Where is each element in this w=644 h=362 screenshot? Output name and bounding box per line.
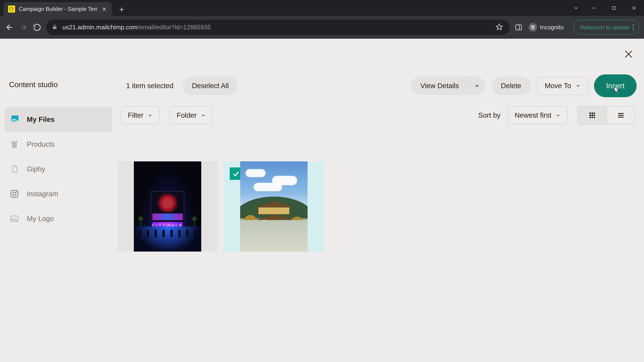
insert-button[interactable]: Insert (595, 76, 635, 96)
incognito-label: Incognito (540, 24, 564, 31)
relaunch-to-update-button[interactable]: Relaunch to update (574, 20, 639, 35)
sidebar-item-label: Giphy (27, 165, 45, 173)
deselect-all-button[interactable]: Deselect All (183, 77, 238, 95)
tab-search-chevron-icon[interactable] (568, 0, 584, 16)
favicon-mailchimp-icon (8, 5, 15, 12)
page-title: Content studio (9, 80, 58, 89)
window-close-button[interactable] (624, 0, 644, 16)
view-details-split-button: View Details (411, 77, 485, 95)
grid-view-button[interactable] (578, 106, 606, 124)
sidebar-item-instagram[interactable]: Instagram (5, 182, 112, 206)
lock-icon (52, 24, 58, 31)
kebab-menu-icon[interactable] (632, 24, 634, 30)
view-details-caret[interactable] (468, 77, 485, 95)
image-placeholder-icon (9, 213, 20, 224)
delete-label: Delete (501, 82, 521, 90)
omnibox[interactable]: us21.admin.mailchimp.com/email/editor?id… (46, 19, 510, 35)
bookmark-star-icon[interactable] (496, 23, 503, 31)
view-details-label: View Details (420, 82, 459, 90)
svg-point-21 (13, 192, 16, 196)
filter-dropdown[interactable]: Filter (121, 106, 160, 124)
sort-by-label: Sort by (478, 111, 500, 119)
svg-point-19 (14, 117, 14, 118)
svg-rect-26 (594, 113, 595, 114)
window-controls (568, 0, 644, 16)
instagram-icon (9, 188, 20, 200)
address-bar: us21.admin.mailchimp.com/email/editor?id… (0, 16, 644, 39)
chevron-down-icon (576, 83, 580, 88)
deselect-label: Deselect All (192, 82, 228, 90)
url-host: us21.admin.mailchimp.com (62, 24, 138, 31)
filter-row: Filter Folder Sort by Newest first (121, 106, 635, 124)
grid-icon (588, 112, 596, 119)
side-panel-icon[interactable] (514, 22, 524, 32)
shirt-icon (9, 139, 20, 150)
filter-label: Filter (128, 111, 144, 119)
tab-strip: Campaign Builder - Sample Tem × ＋ (0, 0, 644, 16)
svg-point-22 (16, 191, 17, 192)
list-view-button[interactable] (606, 106, 635, 124)
svg-rect-27 (590, 115, 591, 116)
sort-dropdown[interactable]: Newest first (508, 106, 568, 124)
incognito-badge: Incognito (528, 23, 564, 32)
view-details-button[interactable]: View Details (411, 77, 468, 95)
browser-chrome: Campaign Builder - Sample Tem × ＋ (0, 0, 644, 39)
svg-rect-10 (516, 25, 522, 30)
dialog-close-button[interactable] (622, 47, 635, 61)
chevron-down-icon (148, 113, 152, 118)
svg-point-12 (531, 28, 533, 29)
window-maximize-button[interactable] (604, 0, 624, 16)
window-minimize-button[interactable] (584, 0, 604, 16)
nav-forward-button[interactable] (18, 22, 28, 32)
svg-rect-24 (590, 113, 591, 114)
tab-title: Campaign Builder - Sample Tem (19, 6, 98, 12)
sidebar-item-giphy[interactable]: Giphy (5, 157, 112, 182)
svg-rect-28 (592, 115, 593, 116)
delete-button[interactable]: Delete (492, 77, 531, 95)
svg-rect-31 (592, 117, 593, 118)
sidebar-item-label: My Logo (27, 215, 54, 223)
thumbnail-grid: CITYWALK (118, 161, 324, 252)
browser-tab[interactable]: Campaign Builder - Sample Tem × (3, 2, 112, 16)
url-text: us21.admin.mailchimp.com/email/editor?id… (62, 24, 211, 31)
sidebar-item-label: Instagram (27, 190, 58, 198)
insert-label: Insert (606, 82, 624, 90)
svg-rect-30 (590, 117, 591, 118)
relaunch-label: Relaunch to update (580, 24, 630, 31)
tab-close-icon[interactable]: × (102, 6, 106, 12)
content-studio-dialog: Content studio My Files Products Giphy I… (0, 39, 644, 362)
nav-reload-button[interactable] (32, 22, 42, 32)
chevron-down-icon (201, 113, 206, 118)
svg-rect-29 (594, 115, 595, 116)
list-icon (617, 112, 625, 119)
svg-point-0 (10, 8, 11, 9)
sidebar-item-products[interactable]: Products (5, 132, 112, 157)
thumbnail-neon-city[interactable]: CITYWALK (118, 161, 218, 252)
thumbnail-image (240, 161, 308, 252)
svg-rect-25 (592, 113, 593, 114)
svg-rect-32 (594, 117, 595, 118)
svg-point-13 (533, 28, 535, 29)
url-path: /email/editor?id=12665935 (138, 24, 211, 31)
sidebar-item-my-logo[interactable]: My Logo (5, 206, 112, 231)
thumbnail-golden-pavilion[interactable] (224, 161, 324, 252)
folder-dropdown[interactable]: Folder (170, 106, 213, 124)
sidebar-item-label: Products (27, 140, 55, 148)
sidebar-item-my-files[interactable]: My Files (5, 107, 112, 132)
action-bar: 1 item selected Deselect All View Detail… (126, 75, 635, 97)
svg-rect-3 (612, 6, 615, 9)
view-toggle (578, 106, 635, 124)
thumbnail-image: CITYWALK (134, 161, 201, 252)
selection-count: 1 item selected (126, 82, 174, 90)
sidebar: My Files Products Giphy Instagram My Log… (5, 107, 112, 231)
sidebar-item-label: My Files (27, 115, 55, 123)
nav-back-button[interactable] (5, 22, 14, 32)
svg-point-1 (12, 8, 12, 9)
new-tab-button[interactable]: ＋ (116, 4, 126, 14)
move-to-label: Move To (545, 82, 571, 90)
incognito-icon (528, 23, 537, 32)
images-icon (9, 114, 20, 125)
sort-value: Newest first (515, 111, 552, 119)
chevron-down-icon (556, 113, 560, 118)
move-to-dropdown[interactable]: Move To (537, 77, 588, 95)
